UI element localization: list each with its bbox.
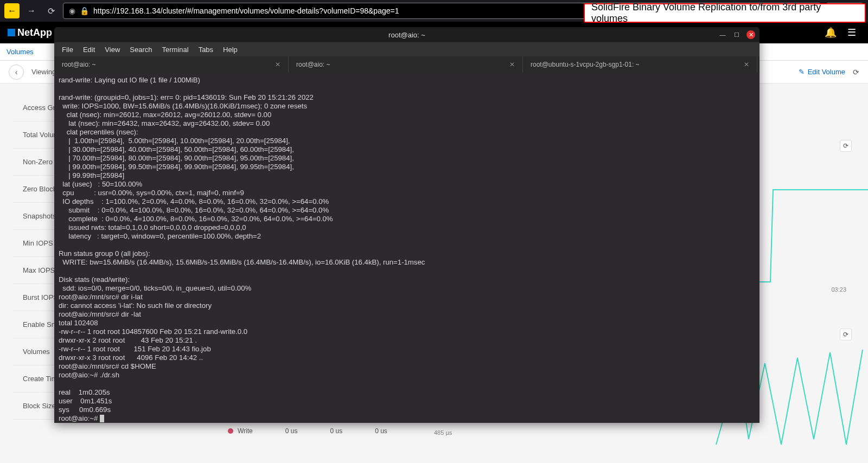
write-current: 0 us (285, 427, 298, 435)
terminal-cursor (100, 415, 104, 422)
edit-volume-label: Edit Volume (808, 68, 845, 76)
shield-icon: ◉ (69, 7, 75, 15)
menu-help[interactable]: Help (223, 46, 238, 54)
terminal-tab-1[interactable]: root@aio: ~✕ (54, 56, 289, 73)
browser-reload-button[interactable]: ⟳ (43, 3, 59, 18)
close-tab-icon[interactable]: ✕ (509, 61, 515, 68)
terminal-title-text: root@aio: ~ (388, 31, 425, 39)
annotation-note: SolidFire Binary Volume Replication to/f… (584, 3, 866, 23)
viewing-label: Viewing (31, 68, 56, 76)
terminal-window: root@aio: ~ — ☐ ✕ File Edit View Search … (54, 27, 760, 423)
write-avg: 0 us (330, 427, 342, 435)
back-circle-button[interactable]: ‹ (9, 65, 24, 80)
refresh-icon[interactable]: ⟳ (853, 68, 859, 76)
pencil-icon: ✎ (799, 68, 805, 76)
terminal-tab-2-label: root@aio: ~ (296, 61, 330, 68)
terminal-titlebar[interactable]: root@aio: ~ — ☐ ✕ (54, 27, 760, 42)
edit-volume-link[interactable]: ✎ Edit Volume (799, 68, 845, 76)
brand-text: NetApp (17, 27, 52, 38)
close-button[interactable]: ✕ (746, 30, 755, 39)
terminal-menu: File Edit View Search Terminal Tabs Help (54, 42, 760, 56)
refresh-panel-2[interactable]: ⟳ (840, 329, 852, 340)
close-tab-icon[interactable]: ✕ (275, 61, 280, 68)
write-metric-row: Write 0 us 0 us 0 us (228, 427, 387, 435)
browser-forward-button[interactable]: → (24, 3, 39, 18)
menu-file[interactable]: File (62, 46, 73, 54)
refresh-panel-1[interactable]: ⟳ (840, 140, 852, 152)
axis-label: 485 µs (434, 429, 452, 436)
menu-terminal[interactable]: Terminal (162, 46, 189, 54)
logo-icon (8, 29, 15, 36)
lock-icon: 🔒 (80, 7, 89, 15)
menu-view[interactable]: View (105, 46, 120, 54)
write-peak: 0 us (375, 427, 387, 435)
terminal-tab-1-label: root@aio: ~ (62, 61, 96, 68)
bell-icon[interactable]: 🔔 (825, 27, 837, 38)
minimize-button[interactable]: — (718, 30, 727, 39)
menu-icon[interactable]: ☰ (847, 27, 856, 38)
menu-tabs[interactable]: Tabs (199, 46, 213, 54)
write-dot-icon (228, 428, 233, 434)
netapp-logo: NetApp (8, 27, 52, 38)
write-label: Write (238, 427, 253, 435)
menu-edit[interactable]: Edit (83, 46, 95, 54)
terminal-tab-2[interactable]: root@aio: ~✕ (289, 56, 523, 73)
maximize-button[interactable]: ☐ (732, 30, 741, 39)
terminal-tab-3[interactable]: root@ubuntu-s-1vcpu-2gb-sgp1-01: ~✕ (523, 56, 757, 73)
close-tab-icon[interactable]: ✕ (744, 61, 749, 68)
chart-time-label: 03:23 (831, 286, 846, 293)
menu-search[interactable]: Search (130, 46, 152, 54)
terminal-text: rand-write: Laying out IO file (1 file /… (59, 76, 425, 422)
tab-volumes[interactable]: Volumes (7, 48, 34, 56)
browser-back-button[interactable]: ← (4, 3, 20, 18)
terminal-tab-3-label: root@ubuntu-s-1vcpu-2gb-sgp1-01: ~ (531, 61, 640, 68)
terminal-output[interactable]: rand-write: Laying out IO file (1 file /… (54, 73, 760, 423)
